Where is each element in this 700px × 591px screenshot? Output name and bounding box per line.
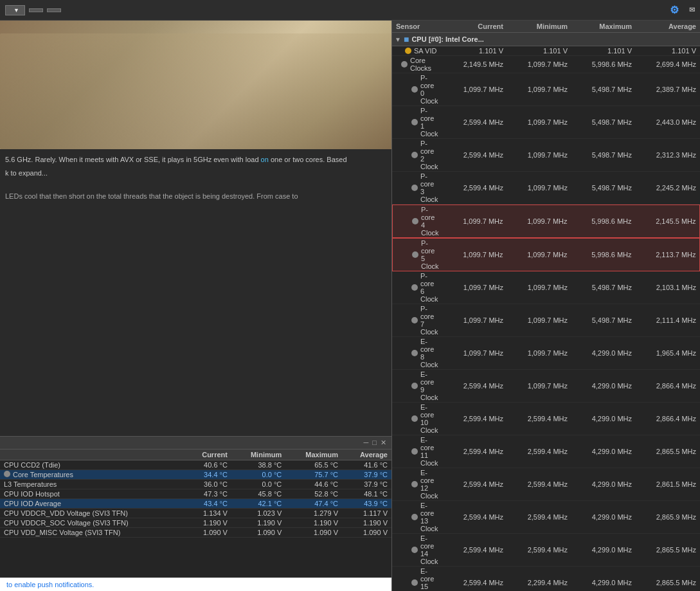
sensor-name: P-core 1 Clock xyxy=(411,107,439,138)
sensor-row: E-core 11 Clock2,599.4 MHz2,599.4 MHz4,2… xyxy=(392,435,700,468)
maximum-value: 4,299.0 MHz xyxy=(568,415,632,423)
tools-button[interactable]: ▼ xyxy=(5,5,25,15)
table-row: CPU IOD Hotspot47.3 °C45.8 °C52.8 °C48.1… xyxy=(0,489,391,499)
sensor-icon xyxy=(411,284,418,291)
sensor-name-cell: Core Temperatures xyxy=(0,470,185,480)
current-value: 2,599.4 MHz xyxy=(439,184,503,192)
sensor-icon xyxy=(412,251,418,258)
sensor-row: P-core 2 Clock2,599.4 MHz1,099.7 MHz5,49… xyxy=(392,139,700,172)
right-col-maximum: Maximum xyxy=(568,23,632,30)
sensor-icon xyxy=(411,119,418,125)
sensor-row: P-core 0 Clock1,099.7 MHz1,099.7 MHz5,49… xyxy=(392,73,700,106)
maximum-value: 1.101 V xyxy=(568,47,632,55)
minimum-value: 2,599.4 MHz xyxy=(503,415,568,423)
sensor-row: P-core 6 Clock1,099.7 MHz1,099.7 MHz5,49… xyxy=(392,271,700,304)
maximum-value: 4,299.0 MHz xyxy=(568,448,632,455)
minimum-cell: 0.0 °C xyxy=(231,480,285,489)
minimum-value: 1,099.7 MHz xyxy=(503,382,568,390)
average-value: 2,312.3 MHz xyxy=(632,151,696,159)
current-value: 2,149.5 MHz xyxy=(439,60,503,68)
group-header[interactable]: ▼■CPU [#0]: Intel Core... xyxy=(392,33,700,46)
current-cell: 43.4 °C xyxy=(185,499,231,509)
sensor-row: P-core 3 Clock2,599.4 MHz1,099.7 MHz5,49… xyxy=(392,172,700,205)
maximum-cell: 47.4 °C xyxy=(285,499,342,509)
current-value: 1,099.7 MHz xyxy=(439,284,503,291)
render-image xyxy=(0,21,391,149)
average-cell: 43.9 °C xyxy=(342,499,391,509)
current-value: 2,599.4 MHz xyxy=(439,546,503,554)
sensor-name: P-core 7 Clock xyxy=(411,305,439,336)
maximum-value: 4,299.0 MHz xyxy=(568,579,632,586)
sensor-row: E-core 8 Clock1,099.7 MHz1,099.7 MHz4,29… xyxy=(392,337,700,370)
average-value: 2,865.9 MHz xyxy=(632,513,696,521)
sensor-row: P-core 7 Clock1,099.7 MHz1,099.7 MHz5,49… xyxy=(392,304,700,337)
sensor-row: E-core 12 Clock2,599.4 MHz2,599.4 MHz4,2… xyxy=(392,468,700,501)
minimum-cell: 42.1 °C xyxy=(231,499,285,509)
average-value: 2,113.7 MHz xyxy=(632,251,696,259)
close-button[interactable] xyxy=(47,8,61,12)
sensor-name: E-core 9 Clock xyxy=(411,370,439,401)
sensor-name: E-core 14 Clock xyxy=(411,534,439,565)
current-cell: 40.6 °C xyxy=(185,460,231,470)
current-value: 2,599.4 MHz xyxy=(439,118,503,126)
current-value: 1,099.7 MHz xyxy=(439,86,503,93)
tools-dropdown-icon: ▼ xyxy=(13,7,19,14)
minimum-value: 1,099.7 MHz xyxy=(503,151,568,159)
sensor-group: ▼■CPU [#0]: Intel Core...SA VID1.101 V1.… xyxy=(392,33,700,591)
maximum-value: 5,998.6 MHz xyxy=(568,217,632,225)
description-text-1: 5.6 GHz. Rarely. When it meets with AVX … xyxy=(5,156,261,163)
current-value: 2,599.4 MHz xyxy=(439,151,503,159)
validate-button[interactable] xyxy=(29,8,43,12)
sensor-name-cell: CPU CCD2 (Tdie) xyxy=(0,460,185,470)
hwinfo-close-button[interactable]: ✕ xyxy=(381,439,386,447)
minimum-value: 1,099.7 MHz xyxy=(503,316,568,324)
minimum-value: 2,599.4 MHz xyxy=(503,448,568,455)
current-value: 1,099.7 MHz xyxy=(439,316,503,324)
sensor-icon xyxy=(411,350,418,356)
sensor-icon xyxy=(411,547,418,553)
expand-text: k to expand... xyxy=(5,169,48,177)
sensor-name-cell: CPU VDDCR_VDD Voltage (SVI3 TFN) xyxy=(0,509,185,518)
sensor-icon xyxy=(401,61,408,68)
minimum-cell: 1.023 V xyxy=(231,509,285,518)
minimum-value: 1,099.7 MHz xyxy=(503,217,568,225)
maximum-cell: 75.7 °C xyxy=(285,470,342,480)
table-row: CPU IOD Average43.4 °C42.1 °C47.4 °C43.9… xyxy=(0,499,391,509)
sensor-row: P-core 4 Clock1,099.7 MHz1,099.7 MHz5,99… xyxy=(392,205,700,238)
average-value: 1.101 V xyxy=(632,47,696,55)
maximum-cell: 1.190 V xyxy=(285,518,342,528)
current-value: 2,599.4 MHz xyxy=(439,579,503,586)
sensor-row: E-core 9 Clock2,599.4 MHz1,099.7 MHz4,29… xyxy=(392,370,700,403)
sensor-icon xyxy=(411,152,418,158)
right-col-average: Average xyxy=(632,23,696,30)
average-value: 2,866.4 MHz xyxy=(632,382,696,390)
maximum-cell: 65.5 °C xyxy=(285,460,342,470)
right-scroll[interactable]: ▼■CPU [#0]: Intel Core...SA VID1.101 V1.… xyxy=(392,33,700,591)
minimum-value: 1,099.7 MHz xyxy=(503,251,568,259)
minimum-value: 2,599.4 MHz xyxy=(503,513,568,521)
sensor-name-cell: CPU VDD_MISC Voltage (SVI3 TFN) xyxy=(0,528,185,538)
sensor-name: P-core 2 Clock xyxy=(411,140,439,170)
minimize-button[interactable]: ─ xyxy=(364,439,369,447)
sensor-icon xyxy=(411,185,418,191)
sensor-icon xyxy=(411,415,418,422)
minimum-cell: 1.190 V xyxy=(231,518,285,528)
highlight-on-text: on xyxy=(261,156,269,163)
main-content: 5.6 GHz. Rarely. When it meets with AVX … xyxy=(0,21,700,591)
maximum-value: 5,998.6 MHz xyxy=(568,60,632,68)
sensor-name: P-core 5 Clock xyxy=(412,239,439,270)
right-col-minimum: Minimum xyxy=(503,23,568,30)
table-row: Core Temperatures34.4 °C0.0 °C75.7 °C37.… xyxy=(0,470,391,480)
maximum-value: 5,498.7 MHz xyxy=(568,284,632,291)
push-notif-link[interactable]: to enable push notifications. xyxy=(6,581,94,588)
sensor-name: P-core 0 Clock xyxy=(411,74,439,105)
current-value: 1,099.7 MHz xyxy=(439,217,503,225)
sensor-name: P-core 4 Clock xyxy=(412,206,439,237)
average-value: 2,103.1 MHz xyxy=(632,284,696,291)
average-value: 2,443.0 MHz xyxy=(632,118,696,126)
minimum-cell: 38.8 °C xyxy=(231,460,285,470)
restore-button[interactable]: □ xyxy=(372,439,377,447)
sensor-row: E-core 15 Clock2,599.4 MHz2,299.4 MHz4,2… xyxy=(392,567,700,591)
sensor-icon xyxy=(412,218,418,224)
current-value: 2,599.4 MHz xyxy=(439,513,503,521)
